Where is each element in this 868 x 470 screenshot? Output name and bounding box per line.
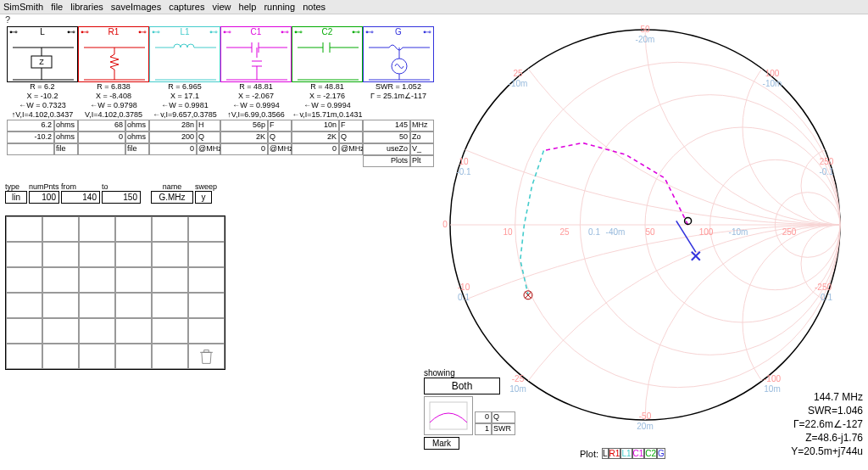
input-unit[interactable]: ohms bbox=[125, 131, 149, 143]
palette-item[interactable] bbox=[42, 293, 79, 318]
block-R1[interactable]: ⊷R1⊷ bbox=[78, 26, 149, 82]
menu-libraries[interactable]: libraries bbox=[70, 2, 103, 12]
menu-notes[interactable]: notes bbox=[303, 2, 326, 12]
legend-C2[interactable]: C2 bbox=[644, 448, 657, 459]
sweep-name[interactable]: G.MHz bbox=[151, 191, 193, 204]
input-unit[interactable]: file bbox=[54, 143, 78, 155]
palette-item[interactable] bbox=[152, 216, 188, 242]
input-unit[interactable]: @MHz bbox=[268, 143, 292, 155]
input-unit[interactable]: @MHz bbox=[197, 143, 220, 155]
palette-item[interactable] bbox=[42, 242, 79, 267]
palette-item[interactable] bbox=[79, 318, 115, 344]
palette-item[interactable] bbox=[115, 293, 152, 318]
sweep-to[interactable]: 150 bbox=[102, 191, 141, 204]
block-G[interactable]: ⊷G⊷ bbox=[363, 26, 434, 82]
menu-help[interactable]: help bbox=[239, 2, 257, 12]
input-value[interactable]: Plots bbox=[363, 155, 410, 167]
input-unit[interactable]: Q bbox=[268, 131, 292, 143]
palette-item[interactable] bbox=[115, 344, 152, 369]
input-value[interactable]: -10.2 bbox=[7, 131, 54, 143]
palette-item[interactable] bbox=[79, 242, 115, 267]
palette-item[interactable] bbox=[115, 242, 152, 267]
legend-G[interactable]: G bbox=[657, 448, 665, 459]
palette-item[interactable] bbox=[115, 216, 152, 242]
input-value[interactable]: 56p bbox=[220, 120, 268, 131]
menu-saveimages[interactable]: saveImages bbox=[111, 2, 161, 12]
sweep-num[interactable]: 100 bbox=[29, 191, 59, 204]
input-value[interactable]: useZo bbox=[363, 143, 410, 155]
palette-item[interactable] bbox=[188, 293, 225, 318]
palette-item[interactable] bbox=[188, 242, 225, 267]
input-value[interactable]: 28n bbox=[149, 120, 197, 131]
palette-item[interactable] bbox=[79, 344, 115, 369]
palette-item[interactable] bbox=[6, 293, 42, 318]
palette-item[interactable] bbox=[152, 318, 188, 344]
input-value[interactable]: 0 bbox=[292, 143, 339, 155]
input-unit[interactable]: @MHz bbox=[339, 143, 363, 155]
palette-item[interactable] bbox=[6, 344, 42, 369]
input-unit[interactable]: ohms bbox=[54, 120, 78, 131]
legend-L[interactable]: L bbox=[602, 448, 609, 459]
palette-item[interactable] bbox=[6, 318, 42, 344]
input-unit[interactable]: F bbox=[268, 120, 292, 131]
input-value[interactable]: 0 bbox=[149, 143, 197, 155]
palette-item[interactable] bbox=[79, 267, 115, 293]
palette-item[interactable] bbox=[115, 318, 152, 344]
palette-item[interactable] bbox=[6, 216, 42, 242]
input-value[interactable]: 200 bbox=[149, 131, 197, 143]
input-value[interactable]: 6.2 bbox=[7, 120, 54, 131]
palette-item[interactable] bbox=[42, 318, 79, 344]
input-value[interactable]: 0 bbox=[78, 131, 125, 143]
menu-captures[interactable]: captures bbox=[169, 2, 204, 12]
palette-item[interactable] bbox=[188, 318, 225, 344]
input-unit[interactable]: Q bbox=[197, 131, 220, 143]
palette-item[interactable] bbox=[152, 267, 188, 293]
input-unit[interactable]: ohms bbox=[54, 131, 78, 143]
input-value[interactable]: 145 bbox=[363, 120, 410, 131]
palette-item[interactable] bbox=[152, 293, 188, 318]
input-unit[interactable]: H bbox=[197, 120, 220, 131]
input-value[interactable] bbox=[7, 143, 54, 155]
palette-item[interactable] bbox=[188, 267, 225, 293]
legend-C1[interactable]: C1 bbox=[632, 448, 645, 459]
block-L1[interactable]: ⊷L1⊷ bbox=[149, 26, 220, 82]
palette-item[interactable] bbox=[152, 344, 188, 369]
sweep-from[interactable]: 140 bbox=[61, 191, 100, 204]
legend-L1[interactable]: L1 bbox=[620, 448, 632, 459]
input-value[interactable]: 2K bbox=[292, 131, 339, 143]
input-value[interactable]: 68 bbox=[78, 120, 125, 131]
palette-item[interactable] bbox=[42, 267, 79, 293]
input-value[interactable]: 0 bbox=[220, 143, 268, 155]
input-value[interactable]: 50 bbox=[363, 131, 410, 143]
palette-item[interactable] bbox=[42, 216, 79, 242]
menu-running[interactable]: running bbox=[264, 2, 295, 12]
palette-item[interactable] bbox=[79, 216, 115, 242]
q-value[interactable]: 0 bbox=[475, 411, 492, 423]
block-C2[interactable]: ⊷C2⊷ bbox=[292, 26, 363, 82]
menu-simsmith[interactable]: SimSmith bbox=[3, 2, 43, 12]
sweep-swp[interactable]: y bbox=[195, 191, 212, 204]
input-unit[interactable]: F bbox=[339, 120, 363, 131]
legend-R1[interactable]: R1 bbox=[609, 448, 621, 459]
showing-both-button[interactable]: Both bbox=[424, 378, 500, 394]
palette-item[interactable] bbox=[188, 216, 225, 242]
sweep-type[interactable]: lin bbox=[5, 191, 27, 204]
palette-item[interactable] bbox=[152, 242, 188, 267]
swr-value[interactable]: 1 bbox=[475, 423, 492, 435]
palette-item[interactable] bbox=[79, 293, 115, 318]
palette-item[interactable] bbox=[6, 267, 42, 293]
menu-file[interactable]: file bbox=[51, 2, 63, 12]
mini-chart[interactable] bbox=[424, 396, 473, 435]
palette-item[interactable] bbox=[115, 267, 152, 293]
palette-item[interactable] bbox=[42, 344, 79, 369]
block-C1[interactable]: ⊷C1⊷ bbox=[220, 26, 292, 82]
input-unit[interactable]: Q bbox=[339, 131, 363, 143]
input-value[interactable]: 2K bbox=[220, 131, 268, 143]
menu-view[interactable]: view bbox=[212, 2, 231, 12]
block-L[interactable]: ⊷L⊷Z bbox=[7, 26, 78, 82]
mark-button[interactable]: Mark bbox=[424, 437, 459, 450]
input-unit[interactable]: file bbox=[125, 143, 149, 155]
palette-trash-icon[interactable] bbox=[188, 344, 225, 369]
input-value[interactable] bbox=[78, 143, 125, 155]
palette-item[interactable] bbox=[6, 242, 42, 267]
